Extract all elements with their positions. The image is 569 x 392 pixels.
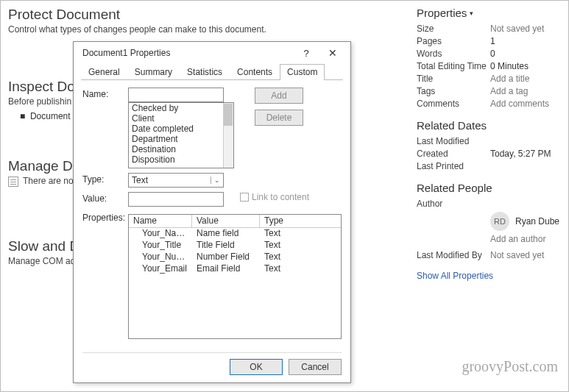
help-button[interactable]: ? (293, 48, 319, 59)
scrollbar[interactable] (223, 103, 233, 168)
suggestion-item[interactable]: Disposition (129, 154, 233, 165)
last-modified-by-label: Last Modified By (417, 250, 490, 260)
suggestion-item[interactable]: Destination (129, 144, 233, 154)
grid-row[interactable]: Your_EmailEmail FieldText (129, 263, 341, 275)
date-key: Created (417, 149, 490, 159)
grid-cell-value: Email Field (192, 263, 260, 275)
show-all-properties-link[interactable]: Show All Properties (417, 271, 564, 281)
chevron-down-icon: ⌄ (211, 177, 220, 184)
suggestion-item[interactable]: Client (129, 113, 233, 124)
add-author-link[interactable]: Add an author (490, 234, 564, 244)
suggestion-item[interactable]: Checked by (129, 103, 233, 113)
value-input[interactable] (128, 192, 224, 207)
property-key: Title (417, 74, 490, 84)
property-key: Words (417, 49, 490, 59)
delete-button[interactable]: Delete (255, 110, 303, 126)
properties-dropdown[interactable]: Properties ▾ (417, 7, 564, 19)
grid-cell-name: Your_Nu… (129, 252, 192, 263)
property-value[interactable]: Add a title (490, 74, 564, 84)
value-label: Value: (82, 192, 128, 204)
property-value: 0 (490, 49, 564, 59)
name-suggestions-list[interactable]: Checked byClientDate completedDepartment… (128, 102, 234, 168)
tab-general[interactable]: General (81, 64, 127, 80)
property-key: Size (417, 24, 490, 34)
date-value: Today, 5:27 PM (490, 149, 564, 159)
date-value (490, 161, 564, 171)
close-button[interactable]: ✕ (319, 47, 346, 59)
property-row: TitleAdd a title (417, 74, 564, 84)
property-value[interactable]: Add a tag (490, 86, 564, 96)
property-value[interactable]: Not saved yet (490, 24, 564, 34)
grid-cell-name: Your_Name (129, 228, 192, 240)
properties-label: Properties: (82, 211, 128, 223)
property-row: Total Editing Time0 Minutes (417, 61, 564, 71)
date-row: CreatedToday, 5:27 PM (417, 149, 564, 159)
property-key: Tags (417, 86, 490, 96)
tab-custom[interactable]: Custom (280, 64, 325, 80)
grid-row[interactable]: Your_Nu…Number FieldText (129, 252, 341, 263)
property-row: Words0 (417, 49, 564, 59)
grid-cell-value: Name field (192, 228, 260, 240)
grid-header-name[interactable]: Name (129, 215, 192, 228)
grid-row[interactable]: Your_NameName fieldText (129, 228, 341, 240)
grid-header-value[interactable]: Value (192, 215, 260, 228)
dialog-title: Document1 Properties (82, 48, 293, 58)
avatar: RD (490, 212, 509, 231)
grid-cell-name: Your_Email (129, 263, 192, 275)
name-input[interactable] (128, 88, 224, 102)
tab-summary[interactable]: Summary (127, 64, 180, 80)
date-key: Last Modified (417, 136, 490, 146)
grid-cell-type: Text (260, 252, 341, 263)
property-key: Total Editing Time (417, 61, 490, 71)
property-row: SizeNot saved yet (417, 24, 564, 34)
author-label: Author (417, 199, 490, 209)
type-select[interactable]: Text ⌄ (128, 173, 224, 188)
document-icon (8, 177, 18, 187)
date-row: Last Modified (417, 136, 564, 146)
author-name: Ryan Dube (515, 216, 559, 227)
checkbox-icon (240, 193, 249, 202)
property-row: TagsAdd a tag (417, 86, 564, 96)
grid-cell-type: Text (260, 263, 341, 275)
author-entry[interactable]: RD Ryan Dube (490, 212, 564, 231)
tab-statistics[interactable]: Statistics (180, 64, 230, 80)
type-label: Type: (82, 173, 128, 185)
add-button[interactable]: Add (255, 88, 303, 104)
protect-document-subtitle: Control what types of changes people can… (8, 24, 409, 35)
properties-grid[interactable]: Name Value Type Your_NameName fieldTextY… (128, 214, 342, 339)
cancel-button[interactable]: Cancel (289, 359, 342, 375)
grid-cell-type: Text (260, 228, 341, 240)
related-people-heading: Related People (417, 182, 564, 194)
date-value (490, 136, 564, 146)
ok-button[interactable]: OK (230, 359, 283, 375)
property-key: Comments (417, 99, 490, 109)
last-modified-by-value: Not saved yet (490, 250, 564, 260)
property-value: 0 Minutes (490, 61, 564, 71)
grid-header-type[interactable]: Type (260, 215, 341, 228)
property-value: 1 (490, 36, 564, 46)
grid-cell-value: Number Field (192, 252, 260, 263)
grid-row[interactable]: Your_TitleTitle FieldText (129, 240, 341, 252)
property-value[interactable]: Add comments (490, 99, 564, 109)
date-row: Last Printed (417, 161, 564, 171)
document-properties-dialog: Document1 Properties ? ✕ GeneralSummaryS… (73, 41, 351, 383)
suggestion-item[interactable]: Date completed (129, 124, 233, 134)
property-key: Pages (417, 36, 490, 46)
name-label: Name: (82, 88, 128, 99)
date-key: Last Printed (417, 161, 490, 171)
protect-document-title: Protect Document (8, 7, 409, 23)
grid-cell-type: Text (260, 240, 341, 252)
suggestion-item[interactable]: Department (129, 134, 233, 144)
link-to-content-checkbox[interactable]: Link to content (240, 192, 309, 202)
property-row: Pages1 (417, 36, 564, 46)
grid-cell-value: Title Field (192, 240, 260, 252)
grid-cell-name: Your_Title (129, 240, 192, 252)
property-row: CommentsAdd comments (417, 99, 564, 109)
chevron-down-icon: ▾ (470, 10, 473, 17)
related-dates-heading: Related Dates (417, 119, 564, 132)
watermark: groovyPost.com (462, 358, 558, 375)
tab-contents[interactable]: Contents (230, 64, 280, 80)
scrollbar-thumb[interactable] (224, 104, 233, 126)
